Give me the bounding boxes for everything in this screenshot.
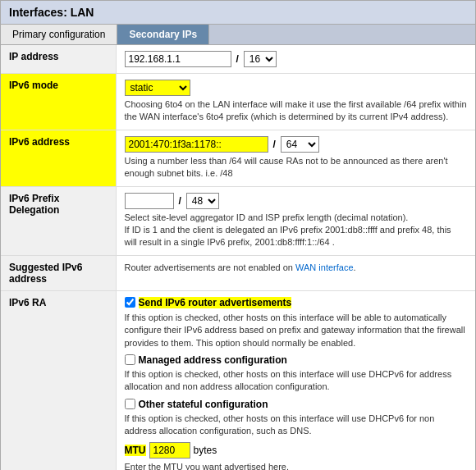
ipv6-mode-value-cell: static dhcp 6to4 6rd Choosing 6to4 on th… (116, 74, 475, 130)
ipv6-mode-row: IPv6 mode static dhcp 6to4 6rd Choosing … (1, 74, 475, 130)
suggested-ipv6-value-cell: Router advertisements are not enabled on… (116, 255, 475, 290)
ip-address-row: IP address / 16 8 24 32 (1, 45, 475, 74)
send-ra-label: Send IPv6 router advertisements (139, 297, 292, 308)
managed-address-hint: If this option is checked, other hosts o… (125, 368, 468, 394)
managed-address-label: Managed address configuration (139, 354, 287, 366)
ipv6-prefix-select[interactable]: 64 48 56 80 96 112 128 (281, 136, 319, 153)
ipv6-slash: / (273, 139, 276, 150)
ip-prefix-select[interactable]: 16 8 24 32 (244, 51, 277, 67)
stateful-config-checkbox[interactable] (125, 399, 135, 409)
suggested-ipv6-label: Suggested IPv6address (1, 255, 116, 290)
ipv6-address-input[interactable] (125, 136, 268, 153)
mtu-hint: Enter the MTU you want advertised here. (125, 461, 468, 470)
ipv6-mode-select[interactable]: static dhcp 6to4 6rd (125, 80, 190, 96)
page-title: Interfaces: LAN (1, 1, 475, 25)
stateful-config-label: Other stateful configuration (139, 399, 268, 410)
stateful-config-row: Other stateful configuration (125, 399, 468, 410)
tab-bar: Primary configuration Secondary IPs (1, 25, 475, 45)
ipv6-address-value-cell: / 64 48 56 80 96 112 128 Using a number … (116, 130, 475, 186)
ip-slash: / (236, 53, 239, 65)
managed-address-row: Managed address configuration (125, 354, 468, 366)
ipv6-mode-label: IPv6 mode (1, 74, 116, 130)
send-ra-checkbox[interactable] (125, 297, 135, 308)
ipv6-prefix-value-cell: / 48 56 64 Select site-level aggregator … (116, 186, 475, 255)
ipv6-address-hint: Using a number less than /64 will cause … (125, 155, 468, 180)
ipv6-prefix-delegation-row: IPv6 PrefixDelegation / 48 56 64 Select … (1, 186, 475, 255)
wan-interface-link[interactable]: WAN interface (295, 262, 354, 272)
ipv6-address-label: IPv6 address (1, 130, 116, 186)
ipv6-ra-row: IPv6 RA Send IPv6 router advertisements … (1, 290, 475, 470)
ipv6-prefix-delegation-select[interactable]: 48 56 64 (186, 193, 219, 209)
mtu-row: MTU bytes (125, 442, 468, 459)
ipv6-prefix-slash: / (179, 195, 181, 207)
mtu-label: MTU (125, 445, 146, 456)
tab-primary-configuration[interactable]: Primary configuration (1, 25, 117, 44)
tab-secondary-ips[interactable]: Secondary IPs (117, 25, 209, 44)
mtu-suffix: bytes (194, 445, 217, 456)
ipv6-prefix-input[interactable] (125, 193, 174, 209)
ipv6-prefix-label: IPv6 PrefixDelegation (1, 186, 116, 255)
suggested-ipv6-hint-part2: . (354, 262, 356, 272)
ip-address-input[interactable] (125, 51, 231, 67)
ip-address-label: IP address (1, 45, 116, 74)
ipv6-address-row: IPv6 address / 64 48 56 80 96 112 128 (1, 130, 475, 186)
ip-address-value-cell: / 16 8 24 32 (116, 45, 475, 74)
suggested-ipv6-hint: Router advertisements are not enabled on… (125, 262, 356, 272)
send-ra-row: Send IPv6 router advertisements (125, 297, 468, 308)
managed-address-checkbox[interactable] (125, 354, 135, 365)
form-table: IP address / 16 8 24 32 (1, 45, 475, 470)
ipv6-mode-hint: Choosing 6to4 on the LAN interface will … (125, 98, 468, 124)
send-ra-hint: If this option is checked, other hosts o… (125, 312, 468, 349)
ipv6-ra-value-cell: Send IPv6 router advertisements If this … (116, 290, 475, 470)
ipv6-prefix-hint: Select site-level aggregator ID and ISP … (125, 212, 468, 249)
stateful-config-hint: If this option is checked, other hosts o… (125, 413, 468, 438)
mtu-input[interactable] (149, 442, 190, 459)
suggested-ipv6-row: Suggested IPv6address Router advertiseme… (1, 255, 475, 290)
content-area: IP address / 16 8 24 32 (1, 45, 475, 470)
ipv6-ra-label: IPv6 RA (1, 290, 116, 470)
suggested-ipv6-hint-part1: Router advertisements are not enabled on (125, 262, 296, 272)
